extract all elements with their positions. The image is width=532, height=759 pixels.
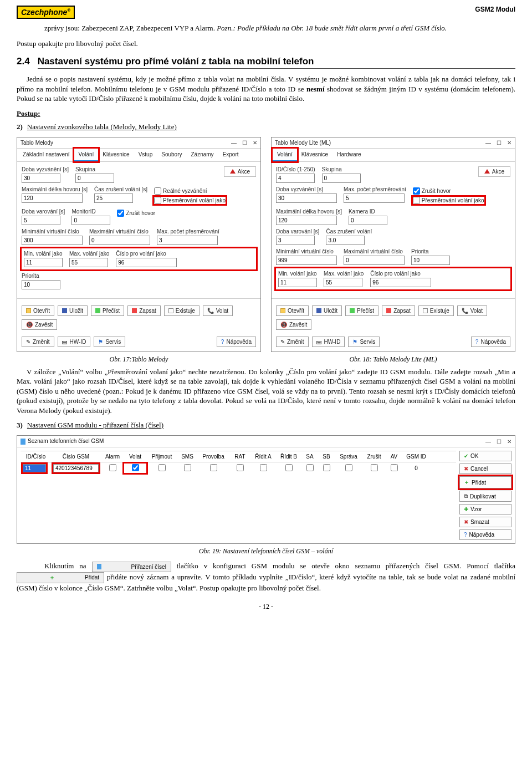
chk-sb[interactable] bbox=[323, 464, 330, 471]
btn-napoveda[interactable]: ?Nápověda bbox=[459, 529, 511, 540]
btn-smazat[interactable]: ✖Smazat bbox=[459, 517, 511, 527]
btn-zmenit[interactable]: ✎Změnit bbox=[22, 337, 54, 347]
field-min-virt: Minimální virtuální číslo bbox=[22, 228, 83, 245]
btn-ulozit[interactable]: Uložit bbox=[58, 305, 88, 316]
tail-paragraph: Kliknutím na Přiřazení čísel tlačítko v … bbox=[17, 561, 515, 593]
cell-gsm[interactable]: 420123456789 bbox=[53, 464, 99, 472]
tab-volani[interactable]: Volání bbox=[74, 149, 99, 161]
tab-export[interactable]: Export bbox=[218, 149, 243, 161]
tab-klavesnice[interactable]: Klávesnice bbox=[98, 149, 134, 161]
akce-button[interactable]: Akce bbox=[224, 166, 256, 177]
hangup-icon: 📵 bbox=[280, 322, 287, 328]
chk-prijmout[interactable] bbox=[158, 464, 166, 471]
chk-zrusit-hovor[interactable]: Zrušit hovor bbox=[117, 210, 155, 217]
chk-rat[interactable] bbox=[237, 464, 244, 471]
chk-zrusit-hovor[interactable]: Zrušit hovor bbox=[413, 187, 484, 195]
chk-sprava[interactable] bbox=[345, 464, 352, 471]
btn-existuje[interactable]: Existuje bbox=[418, 305, 454, 316]
btn-zapsat[interactable]: Zapsat bbox=[382, 305, 415, 316]
minimize-icon[interactable]: — bbox=[231, 140, 237, 146]
field-skupina: Skupina bbox=[75, 166, 114, 183]
chk-presmerovani[interactable]: Přesměrování volání jako bbox=[413, 197, 484, 204]
chk-presmerovani[interactable]: Přesměrování volání jako bbox=[154, 197, 226, 204]
btn-servis[interactable]: ⚑Servis bbox=[348, 337, 380, 347]
chk-ridita[interactable] bbox=[260, 464, 267, 471]
field-max-volani: Max. volání jako bbox=[324, 271, 364, 287]
btn-otevrit[interactable]: Otevřít bbox=[276, 305, 309, 316]
tab-soubory[interactable]: Soubory bbox=[157, 149, 186, 161]
cell-id[interactable]: 11 bbox=[23, 464, 46, 472]
btn-zavesit[interactable]: 📵Zavěsit bbox=[22, 319, 57, 330]
inline-btn-pridat[interactable]: ＋Přidat bbox=[17, 572, 104, 583]
btn-existuje[interactable]: Existuje bbox=[164, 305, 200, 316]
field-max-virt: Maximální virtuální číslo bbox=[89, 228, 150, 245]
btn-napoveda[interactable]: ?Nápověda bbox=[217, 337, 256, 347]
page-header: Czechphone® GSM2 Modul bbox=[17, 6, 515, 19]
step-2: 2)Nastavení zvonkového tabla (Melody, Me… bbox=[17, 123, 515, 131]
close-icon[interactable]: ✕ bbox=[507, 439, 511, 445]
tab-hardware[interactable]: Hardware bbox=[332, 149, 365, 161]
field-max-presm: Max. počet přesměrování bbox=[157, 228, 219, 245]
chk-volat[interactable] bbox=[132, 464, 139, 471]
chk-realne[interactable]: Reálné vyzvánění bbox=[154, 187, 226, 195]
btn-duplikovat[interactable]: ⧉Duplikovat bbox=[459, 491, 511, 502]
folder-open-icon bbox=[26, 308, 31, 313]
pattern-icon: ✚ bbox=[464, 506, 468, 512]
tab-zaznamy[interactable]: Záznamy bbox=[187, 149, 218, 161]
chk-provolba[interactable] bbox=[210, 464, 217, 471]
tab-zakladni[interactable]: Základní nastavení bbox=[18, 149, 74, 161]
btn-hwid[interactable]: 🖴HW-ID bbox=[312, 337, 345, 347]
chk-zrusit[interactable] bbox=[371, 464, 378, 471]
write-icon bbox=[386, 308, 391, 313]
btn-volat[interactable]: 📞Volat bbox=[457, 305, 487, 316]
btn-servis[interactable]: ⚑Servis bbox=[94, 337, 125, 347]
chk-av[interactable] bbox=[391, 464, 398, 471]
close-icon[interactable]: ✕ bbox=[507, 140, 511, 146]
btn-hwid[interactable]: 🖴HW-ID bbox=[58, 337, 91, 347]
chk-riditb[interactable] bbox=[285, 464, 293, 471]
btn-napoveda[interactable]: ?Nápověda bbox=[471, 337, 510, 347]
akce-button[interactable]: Akce bbox=[478, 166, 510, 177]
window-title: Seznam telefonních čísel GSM bbox=[21, 438, 104, 445]
window-title: Tablo Melody bbox=[21, 140, 53, 146]
chk-sms[interactable] bbox=[184, 464, 191, 471]
close-icon[interactable]: ✕ bbox=[253, 140, 257, 146]
tabs: Volání Klávesnice Hardware bbox=[272, 149, 515, 162]
btn-cancel[interactable]: ✖Cancel bbox=[459, 463, 511, 474]
minimize-icon[interactable]: — bbox=[485, 140, 491, 146]
check-icon: ✔ bbox=[464, 453, 468, 459]
minimize-icon[interactable]: — bbox=[485, 439, 491, 445]
tab-volani[interactable]: Volání bbox=[273, 149, 297, 161]
window-tablo-melody: Tablo Melody —☐✕ Základní nastavení Volá… bbox=[17, 137, 261, 352]
btn-precist[interactable]: Přečíst bbox=[345, 305, 378, 316]
maximize-icon[interactable]: ☐ bbox=[497, 140, 502, 146]
btn-zavesit[interactable]: 📵Zavěsit bbox=[276, 319, 311, 330]
field-priorita: Priorita bbox=[411, 248, 450, 265]
btn-ok[interactable]: ✔OK bbox=[459, 451, 511, 461]
field-max-hovor: Maximální délka hovoru [s] bbox=[22, 186, 88, 205]
table-header: ID/Číslo Číslo GSM Alarm Volat Přijmout … bbox=[21, 451, 456, 462]
chk-alarm[interactable] bbox=[109, 464, 116, 471]
exists-icon bbox=[423, 308, 428, 313]
chk-sa[interactable] bbox=[306, 464, 314, 471]
btn-zmenit[interactable]: ✎Změnit bbox=[276, 337, 309, 347]
inline-btn-prirazeni[interactable]: Přiřazení čísel bbox=[92, 562, 171, 573]
btn-volat[interactable]: 📞Volat bbox=[203, 305, 233, 316]
btn-otevrit[interactable]: Otevřít bbox=[22, 305, 54, 316]
field-min-virt: Minimální virtuální číslo bbox=[276, 248, 337, 265]
field-cas-zrus: Čas zrušení volání bbox=[326, 228, 372, 245]
maximize-icon[interactable]: ☐ bbox=[497, 439, 502, 445]
field-max-hovor: Maximální délka hovoru [s] bbox=[276, 208, 342, 225]
maximize-icon[interactable]: ☐ bbox=[242, 140, 247, 146]
save-icon bbox=[316, 308, 321, 313]
tab-klavesnice[interactable]: Klávesnice bbox=[297, 149, 332, 161]
tabs: Základní nastavení Volání Klávesnice Vst… bbox=[17, 149, 260, 162]
tab-vstup[interactable]: Vstup bbox=[134, 149, 157, 161]
btn-pridat[interactable]: ＋Přidat bbox=[459, 476, 511, 488]
btn-ulozit[interactable]: Uložit bbox=[312, 305, 342, 316]
btn-vzor[interactable]: ✚Vzor bbox=[459, 504, 511, 515]
btn-zapsat[interactable]: Zapsat bbox=[127, 305, 161, 316]
table-row[interactable]: 11 420123456789 0 bbox=[21, 462, 456, 474]
edit-icon: ✎ bbox=[26, 339, 30, 345]
btn-precist[interactable]: Přečíst bbox=[91, 305, 124, 316]
